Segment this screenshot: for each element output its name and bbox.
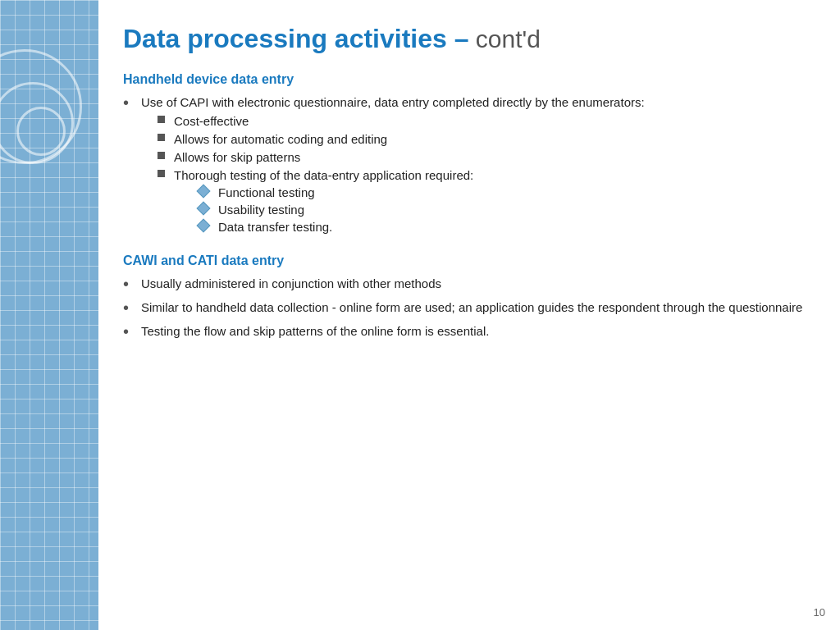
sq-marker-3 [158,152,174,159]
sub-bullet-cost-text: Cost-effective [174,114,249,128]
sub-sub-bullet-usability: Usability testing [199,203,473,217]
sub-bullet-skip: Allows for skip patterns [158,150,807,164]
sidebar-decoration [0,0,98,630]
sub-sub-bullet-functional-text: Functional testing [218,185,315,199]
sub-sub-bullet-datatransfer-text: Data transfer testing. [218,220,332,234]
slide-container: Data processing activities – cont'd Hand… [0,0,840,630]
sq-icon-4 [158,170,165,177]
diamond-icon-2 [197,202,211,216]
diamond-marker-2 [199,203,218,213]
page-number: 10 [814,606,825,619]
sidebar-circle-small [16,107,66,156]
cawi-bullet-2: • Similar to handheld data collection - … [123,300,807,317]
diamond-marker-3 [199,221,218,231]
sub-bullet-skip-text: Allows for skip patterns [174,150,300,164]
section1-heading: Handheld device data entry [123,72,807,87]
sq-marker-1 [158,116,174,123]
slide-title-bold: Data processing activities – [123,24,469,53]
sub-sub-bullet-datatransfer: Data transfer testing. [199,220,473,234]
sub-bullet-thorough: Thorough testing of the data-entry appli… [158,168,807,237]
sub-bullet-coding: Allows for automatic coding and editing [158,132,807,146]
sq-icon-3 [158,152,165,159]
bullet-capi: • Use of CAPI with electronic questionna… [123,95,807,242]
cawi-bullet-marker-3: • [123,322,141,341]
sub-sub-bullet-list: Functional testing Usability testing Dat… [199,185,473,234]
diamond-marker-1 [199,186,218,196]
section2-heading: CAWI and CATI data entry [123,253,807,268]
sq-icon-1 [158,116,165,123]
cawi-bullet-2-text: Similar to handheld data collection - on… [141,300,807,314]
slide-title-normal: cont'd [469,25,541,52]
sq-marker-4 [158,170,174,177]
sub-bullet-list: Cost-effective Allows for automatic codi… [158,114,807,237]
cawi-bullet-marker-2: • [123,299,141,317]
slide-title: Data processing activities – cont'd [123,23,807,54]
diamond-icon-1 [197,185,211,199]
cawi-bullet-3: • Testing the flow and skip patterns of … [123,324,807,341]
main-content: Data processing activities – cont'd Hand… [98,0,840,630]
section1-bullets: • Use of CAPI with electronic questionna… [123,95,807,242]
sub-sub-bullet-usability-text: Usability testing [218,203,304,217]
sq-icon-2 [158,134,165,141]
sub-sub-bullet-functional: Functional testing [199,185,473,199]
sub-bullet-thorough-text: Thorough testing of the data-entry appli… [174,168,473,237]
sq-marker-2 [158,134,174,141]
bullet-capi-text: Use of CAPI with electronic questionnair… [141,95,807,242]
sub-bullet-coding-text: Allows for automatic coding and editing [174,132,387,146]
diamond-icon-3 [197,219,211,233]
cawi-bullet-marker-1: • [123,275,141,294]
section2-bullets: • Usually administered in conjunction wi… [123,276,807,341]
cawi-bullet-3-text: Testing the flow and skip patterns of th… [141,324,807,338]
sub-bullet-cost: Cost-effective [158,114,807,128]
bullet-marker-1: • [123,94,141,112]
section2: CAWI and CATI data entry • Usually admin… [123,253,807,341]
cawi-bullet-1: • Usually administered in conjunction wi… [123,276,807,294]
cawi-bullet-1-text: Usually administered in conjunction with… [141,276,807,290]
